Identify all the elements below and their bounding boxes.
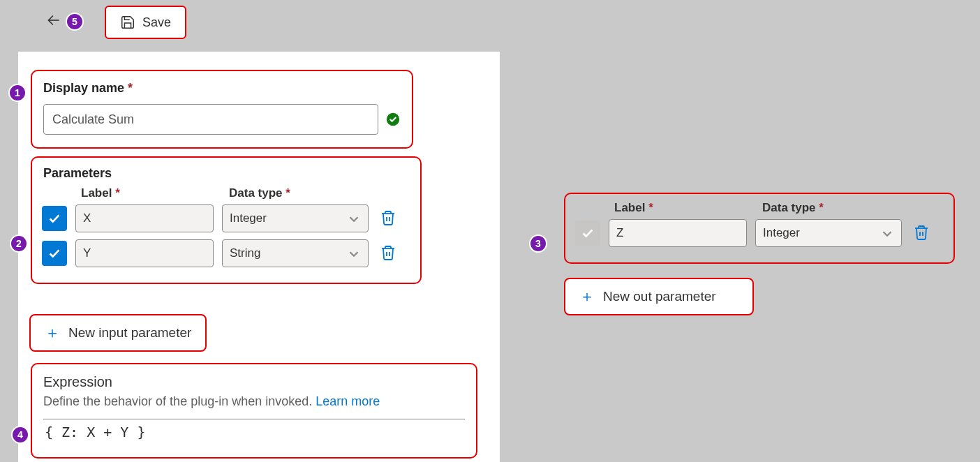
check-icon <box>580 225 595 241</box>
parameter-type-select[interactable]: String <box>222 239 369 267</box>
save-button[interactable]: Save <box>105 6 186 39</box>
arrow-left-icon <box>45 11 63 29</box>
trash-icon <box>913 224 930 241</box>
delete-parameter-button[interactable] <box>910 221 933 246</box>
callout-1: 1 <box>8 84 27 102</box>
callout-5: 5 <box>66 13 84 31</box>
callout-3: 3 <box>529 234 547 253</box>
parameter-row: String <box>42 239 410 267</box>
expression-title: Expression <box>43 374 465 390</box>
parameter-headers: Label * Data type * <box>575 201 944 215</box>
check-icon <box>47 246 62 261</box>
parameter-label-input[interactable] <box>75 204 214 232</box>
parameter-row: Integer <box>575 219 944 247</box>
trash-icon <box>380 244 396 261</box>
expression-description: Define the behavior of the plug-in when … <box>43 394 465 409</box>
trash-icon <box>380 209 396 226</box>
check-icon <box>47 211 62 226</box>
plus-icon: ＋ <box>579 286 595 307</box>
new-out-parameter-button[interactable]: ＋ New out parameter <box>564 278 754 315</box>
learn-more-link[interactable]: Learn more <box>315 394 380 408</box>
delete-parameter-button[interactable] <box>377 241 399 266</box>
save-button-label: Save <box>142 15 171 30</box>
expression-section: Expression Define the behavior of the pl… <box>31 363 477 459</box>
expression-input[interactable] <box>43 419 465 445</box>
form-panel: Display name * Parameters Label * Data t… <box>18 52 500 462</box>
display-name-section: Display name * <box>31 70 413 149</box>
parameter-type-select[interactable]: Integer <box>755 219 902 247</box>
input-parameters-section: Parameters Label * Data type * Integer <box>31 156 422 284</box>
display-name-label: Display name * <box>43 81 401 96</box>
parameter-checkbox[interactable] <box>42 241 67 266</box>
parameter-type-select[interactable]: Integer <box>222 204 369 232</box>
new-input-parameter-button[interactable]: ＋ New input parameter <box>29 314 207 352</box>
callout-2: 2 <box>10 234 28 253</box>
parameter-label-input[interactable] <box>75 239 214 267</box>
display-name-input[interactable] <box>43 104 378 135</box>
plus-icon: ＋ <box>45 322 60 343</box>
back-button[interactable] <box>39 8 68 36</box>
parameter-label-input[interactable] <box>609 219 747 247</box>
delete-parameter-button[interactable] <box>377 207 399 231</box>
parameter-checkbox[interactable] <box>575 221 600 246</box>
parameter-checkbox[interactable] <box>42 206 67 231</box>
parameter-headers: Label * Data type * <box>42 186 410 200</box>
checkmark-circle-icon <box>385 112 401 127</box>
callout-4: 4 <box>11 426 29 444</box>
output-parameters-section: Label * Data type * Integer <box>564 193 955 264</box>
save-icon <box>120 15 135 30</box>
parameter-row: Integer <box>42 204 410 232</box>
toolbar: Save <box>0 1 980 43</box>
parameters-title: Parameters <box>42 165 410 186</box>
